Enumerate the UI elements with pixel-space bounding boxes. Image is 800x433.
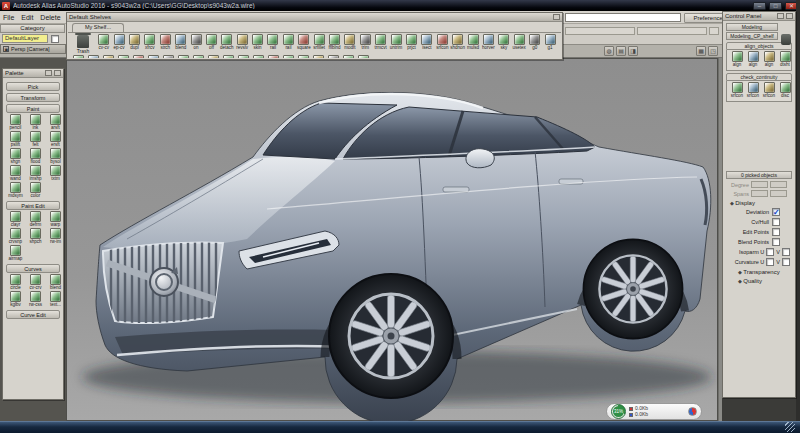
display-extra-transparency[interactable]: Transparency — [724, 267, 794, 276]
control-panel-up-icon[interactable] — [786, 13, 793, 19]
palette-tool[interactable]: airmap — [6, 245, 25, 262]
cp-tab-check_continuity[interactable]: check_continuity — [726, 73, 792, 81]
shelf-tool[interactable]: shdnon — [450, 34, 465, 51]
menu-delete[interactable]: Delete — [40, 14, 60, 21]
palette-tool[interactable]: warp — [46, 211, 62, 228]
active-layer-chip[interactable]: DefaultLayer — [2, 34, 48, 43]
palette-tool[interactable]: blend — [46, 274, 62, 291]
palette-tool[interactable]: pencil — [6, 114, 25, 131]
palette-tool[interactable]: rw-im — [46, 228, 62, 245]
shelf-tool[interactable] — [251, 55, 266, 58]
palette-section-pick[interactable]: Pick — [6, 82, 60, 91]
shelf-tool[interactable]: g0 — [527, 34, 542, 51]
shelf-tool[interactable]: cv-cv — [96, 34, 111, 51]
palette-tool[interactable]: crvsnp — [6, 228, 25, 245]
shelf-tool[interactable]: blend — [173, 34, 188, 51]
palette-tool[interactable]: ersft — [46, 131, 62, 148]
shelf-tool[interactable]: g1 — [542, 34, 557, 51]
shelf-tool[interactable]: rail — [281, 34, 296, 51]
view-options-icon[interactable]: ◳ — [708, 46, 718, 56]
palette-tool[interactable]: arsft — [46, 114, 62, 131]
palette-tool[interactable]: rw-css — [26, 291, 45, 308]
shelf-tool[interactable]: skin — [250, 34, 265, 51]
modeling-dropdown[interactable]: Modeling — [726, 23, 778, 31]
shelf-tool[interactable]: off — [204, 34, 219, 51]
shelf-tool[interactable] — [161, 55, 176, 58]
shelf-tool[interactable]: srfillet — [311, 34, 326, 51]
palette-tool[interactable]: bysol — [46, 148, 62, 165]
palette-tool[interactable]: circle — [6, 274, 25, 291]
palette-tool[interactable]: txtm — [46, 165, 62, 182]
palette-tool[interactable]: shgn — [6, 148, 25, 165]
shelf-tool[interactable] — [191, 55, 206, 58]
shelf-tool[interactable]: usetex — [512, 34, 527, 51]
palette-tool[interactable]: felt — [26, 131, 45, 148]
picked-objects-dropdown[interactable]: 0 picked objects — [726, 171, 792, 179]
shelf-tool[interactable]: on — [188, 34, 203, 51]
shelf-tool[interactable]: fflblnd — [327, 34, 342, 51]
cp-tool[interactable]: algn — [729, 51, 745, 68]
layer-category-header[interactable]: Category — [0, 24, 65, 33]
uv-checkbox-v[interactable] — [782, 258, 790, 266]
shelf-tool[interactable]: ep-cv — [111, 34, 126, 51]
palette-tool[interactable]: mdsym — [6, 182, 25, 199]
shelf-tool[interactable] — [206, 55, 221, 58]
shelf-tool[interactable] — [176, 55, 191, 58]
shelf-tool[interactable]: untrim — [388, 34, 403, 51]
shelf-tool[interactable] — [86, 55, 101, 58]
checkbox-edit-points[interactable] — [772, 228, 780, 236]
shelf-tool[interactable] — [326, 55, 341, 58]
cp-tool[interactable]: algn — [745, 51, 761, 68]
shelf-tool[interactable]: rail — [265, 34, 280, 51]
cp-tool[interactable]: dtsht — [777, 51, 793, 68]
command-line-input[interactable] — [565, 13, 681, 22]
checkbox-cv-hull[interactable] — [772, 218, 780, 226]
uv-checkbox-u[interactable] — [766, 248, 774, 256]
uv-checkbox-v[interactable] — [782, 248, 790, 256]
shelf-tool[interactable] — [266, 55, 281, 58]
palette-titlebar[interactable]: Palette — [3, 69, 63, 78]
menu-file[interactable]: File — [3, 14, 14, 21]
lightbulb-icon[interactable]: ◍ — [604, 46, 614, 56]
shelf-tool[interactable] — [101, 55, 116, 58]
shelf-tool[interactable]: square — [296, 34, 311, 51]
palette-tool[interactable]: ink — [26, 114, 45, 131]
control-panel-minimize-icon[interactable] — [777, 13, 784, 19]
palette-section-paint[interactable]: Paint — [6, 104, 60, 113]
shelf-tool[interactable] — [311, 55, 326, 58]
palette-tool[interactable]: cv-crv — [26, 274, 45, 291]
shelf-tool[interactable]: xfrcv — [142, 34, 157, 51]
maximize-button[interactable]: □ — [769, 2, 782, 10]
shelf-tool[interactable] — [341, 55, 356, 58]
perspective-viewport[interactable] — [66, 58, 718, 421]
control-panel-titlebar[interactable]: Control Panel — [723, 12, 795, 21]
palette-tool[interactable]: flood — [26, 148, 45, 165]
grid-toggle-icon[interactable]: ▦ — [696, 46, 706, 56]
palette-tool[interactable]: wand — [6, 165, 25, 182]
checkbox-blend-points[interactable] — [772, 238, 780, 246]
shelf-tool[interactable]: strch — [158, 34, 173, 51]
palette-collapse-icon[interactable] — [45, 70, 52, 76]
palette-tool[interactable]: text... — [46, 291, 62, 308]
cp-tool[interactable]: algn — [761, 51, 777, 68]
menu-edit[interactable]: Edit — [21, 14, 33, 21]
shelves-minimize-icon[interactable] — [553, 14, 560, 20]
shelf-tool[interactable]: modft — [342, 34, 357, 51]
shelf-tool[interactable]: horver — [481, 34, 496, 51]
cp-tool[interactable]: disc — [777, 82, 793, 99]
cp-field-input[interactable] — [770, 190, 787, 197]
shelf-tool[interactable] — [296, 55, 311, 58]
shelf-tool[interactable] — [356, 55, 371, 58]
palette-tool[interactable]: pslift — [6, 131, 25, 148]
shelf-tool[interactable]: revslv — [235, 34, 250, 51]
checkbox-deviation[interactable] — [772, 208, 780, 216]
shelf-tool[interactable] — [221, 55, 236, 58]
zoom-box-icon[interactable]: ◨ — [628, 46, 638, 56]
layer-checkbox[interactable] — [51, 35, 59, 43]
display-section-header[interactable]: Display — [724, 198, 794, 207]
shelf-tool[interactable]: srfcon — [435, 34, 450, 51]
palette-section-curve-edit[interactable]: Curve Edit — [6, 310, 60, 319]
memory-monitor-widget[interactable]: 31% 0.0Kb0.0Kb — [606, 403, 702, 420]
shelves-titlebar[interactable]: Default Shelves — [67, 13, 562, 22]
shelf-tool[interactable]: trim — [358, 34, 373, 51]
